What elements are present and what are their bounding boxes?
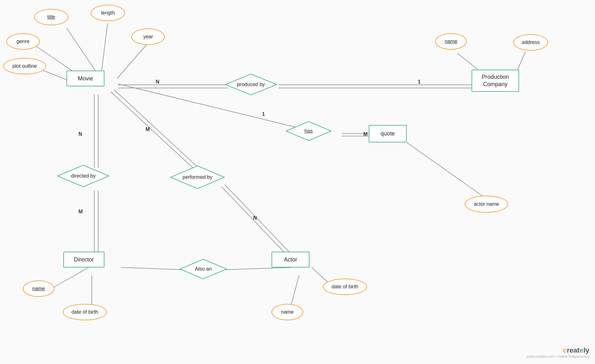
svg-line-23: [121, 267, 184, 270]
cardinality-movie-directed-n: N: [78, 131, 82, 137]
relationship-has: has: [285, 120, 332, 142]
attribute-title: title: [34, 9, 68, 25]
entity-production-company: ProductionCompany: [472, 70, 519, 92]
svg-line-22: [407, 142, 487, 199]
entity-quote: quote: [369, 125, 407, 142]
attribute-director-dob: date of birth: [63, 304, 107, 320]
attribute-genre: genre: [6, 33, 40, 50]
attribute-actor-dob: date of birth: [323, 279, 367, 295]
svg-line-18: [225, 185, 294, 257]
cardinality-movie-performed-m: M: [146, 127, 150, 132]
entity-movie: Movie: [66, 71, 104, 86]
svg-line-28: [291, 275, 299, 307]
attribute-prod-address: address: [513, 34, 548, 51]
relationship-produced-by: produced by: [224, 73, 278, 96]
relationship-performed-by: performed by: [169, 165, 226, 190]
svg-line-1: [101, 23, 108, 78]
relationship-directed-by: directed by: [56, 164, 110, 188]
er-diagram: Movie ProductionCompany Director Actor q…: [0, 0, 595, 364]
entity-director: Director: [63, 252, 104, 267]
cardinality-movie-has-1: 1: [262, 111, 265, 117]
svg-line-3: [117, 39, 151, 78]
watermark: creately www.creately.com • Online Diagr…: [527, 346, 589, 358]
attribute-plot-outline: plot outline: [3, 58, 46, 74]
attribute-length: length: [91, 5, 125, 21]
attribute-prod-name: name: [435, 33, 467, 50]
relationship-also-an: Also an: [179, 258, 228, 280]
svg-line-17: [222, 187, 291, 260]
watermark-url: www.creately.com • Online Diagramming: [527, 355, 589, 358]
entity-actor: Actor: [272, 252, 310, 267]
attribute-actor-name2: name: [272, 304, 303, 320]
cardinality-performed-actor-n: N: [253, 215, 257, 221]
attribute-director-name: name: [23, 280, 54, 297]
svg-line-16: [114, 90, 199, 169]
cardinality-quote-has-m: M: [363, 131, 367, 137]
svg-line-25: [49, 267, 89, 290]
attribute-year: year: [131, 28, 165, 45]
cardinality-movie-produced-n: N: [156, 79, 160, 85]
attribute-actor-name: actor name: [465, 196, 508, 213]
cardinality-produced-company-1: 1: [418, 79, 421, 85]
svg-line-24: [225, 267, 291, 270]
cardinality-directed-director-m: M: [78, 209, 83, 215]
svg-line-15: [111, 92, 196, 171]
